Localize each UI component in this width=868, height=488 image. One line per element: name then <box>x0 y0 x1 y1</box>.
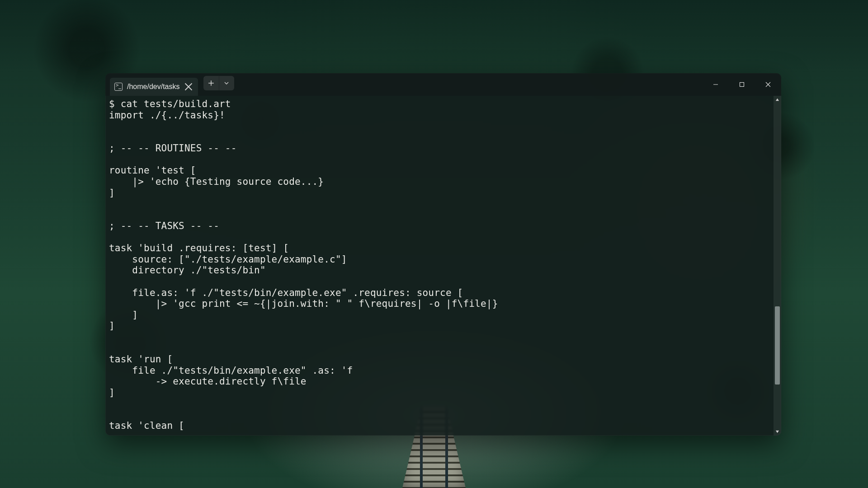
close-icon <box>765 82 771 87</box>
minimize-icon <box>713 82 718 87</box>
svg-rect-0 <box>740 83 744 87</box>
terminal-body[interactable]: $ cat tests/build.art import ./{../tasks… <box>105 96 781 436</box>
maximize-button[interactable] <box>729 73 755 96</box>
terminal-icon <box>114 83 123 91</box>
window-controls <box>703 73 781 96</box>
tab-active[interactable]: /home/dev/tasks <box>110 78 198 96</box>
tab-dropdown-button[interactable] <box>219 76 234 90</box>
scroll-down-button[interactable] <box>774 428 781 436</box>
triangle-up-icon <box>775 98 779 102</box>
plus-icon <box>208 80 214 86</box>
new-tab-button[interactable] <box>203 76 219 90</box>
tab-title: /home/dev/tasks <box>127 83 180 91</box>
tab-strip: /home/dev/tasks <box>105 73 234 96</box>
minimize-button[interactable] <box>703 73 729 96</box>
titlebar[interactable]: /home/dev/tasks <box>105 73 781 96</box>
triangle-down-icon <box>775 430 779 434</box>
close-window-button[interactable] <box>755 73 781 96</box>
terminal-window: /home/dev/tasks <box>105 73 781 436</box>
chevron-down-icon <box>224 80 229 86</box>
tab-actions <box>203 76 234 90</box>
scrollbar-thumb[interactable] <box>775 306 780 385</box>
close-icon <box>184 83 193 91</box>
scroll-up-button[interactable] <box>774 96 781 103</box>
terminal-output: $ cat tests/build.art import ./{../tasks… <box>109 99 781 432</box>
scrollbar[interactable] <box>774 96 781 436</box>
tab-close-button[interactable] <box>184 83 193 91</box>
maximize-icon <box>739 82 745 87</box>
